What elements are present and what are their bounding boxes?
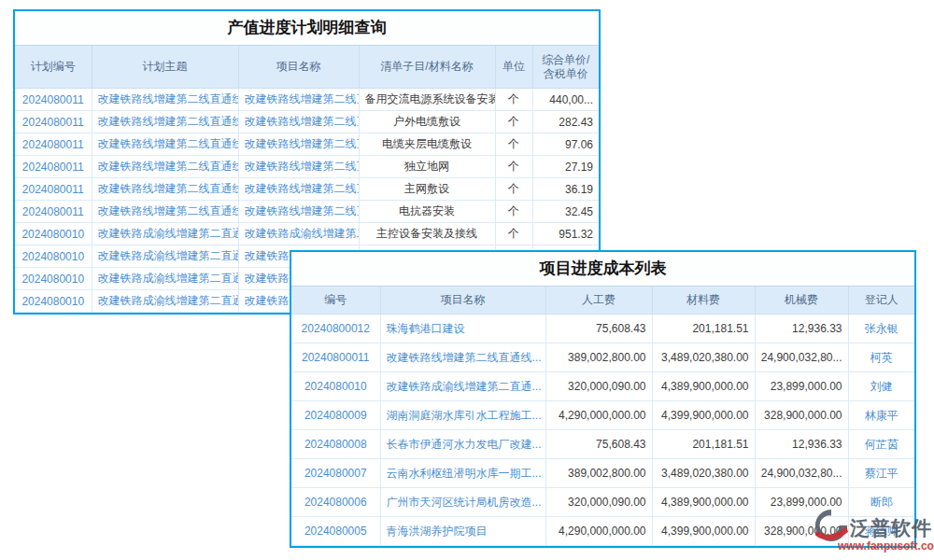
unit-price-cell: 32.45: [532, 201, 599, 223]
project-progress-cost-panel: 项目进度成本列表 编号 项目名称 人工费 材料费 机械费 登记人 2024080…: [290, 250, 916, 548]
material-cost-cell: 4,399,900,000.00: [652, 517, 755, 546]
item-material-cell: 主控设备安装及接线: [359, 223, 495, 245]
unit-cell: 个: [495, 201, 532, 223]
fanpu-url-text: www.fanpusoft.com: [838, 540, 933, 553]
table1-row: 2024080011改建铁路线增建第二线直通线改建铁路线增建第二线直通线独立地网…: [15, 156, 599, 178]
project-name-link[interactable]: 改建铁路线增建第二线直通线: [238, 201, 359, 223]
table2-col-no: 编号: [291, 287, 380, 315]
plan-subject-link[interactable]: 改建铁路线增建第二线直通线: [92, 201, 238, 223]
cost-project-link[interactable]: 改建铁路线增建第二线直通线...: [380, 343, 545, 372]
unit-price-cell: 97.06: [532, 133, 599, 156]
item-material-cell: 备用交流电源系统设备安装: [359, 89, 495, 111]
machine-cost-cell: 23,899,000.00: [755, 372, 848, 401]
plan-no-link[interactable]: 2024080011: [15, 111, 92, 133]
registrant-link[interactable]: 何芷茵: [848, 430, 914, 459]
plan-subject-link[interactable]: 改建铁路成渝线增建第二直通线: [92, 290, 238, 313]
plan-subject-link[interactable]: 改建铁路成渝线增建第二直通线: [92, 268, 238, 290]
registrant-link[interactable]: 蔡江平: [848, 459, 914, 488]
cost-no-link[interactable]: 2024080006: [291, 488, 380, 517]
machine-cost-cell: 12,936.33: [755, 430, 848, 459]
project-name-link[interactable]: 改建铁路线增建第二线直通线: [238, 89, 359, 111]
table1-col-plan-no: 计划编号: [15, 46, 92, 89]
plan-no-link[interactable]: 2024080010: [15, 268, 92, 290]
plan-no-link[interactable]: 2024080010: [15, 223, 92, 245]
cost-project-link[interactable]: 湖南洞庭湖水库引水工程施工...: [380, 401, 545, 430]
cost-no-link[interactable]: 2024080007: [291, 459, 380, 488]
plan-no-link[interactable]: 2024080011: [15, 133, 92, 156]
machine-cost-cell: 12,936.33: [755, 315, 848, 343]
table2-col-machine-cost: 机械费: [755, 287, 848, 315]
table2-row: 2024080007云南水利枢纽潜明水库一期工...389,002,800.00…: [291, 459, 914, 488]
material-cost-cell: 4,389,900,000.00: [652, 488, 755, 517]
table2-col-material-cost: 材料费: [652, 287, 755, 315]
table1-row: 2024080011改建铁路线增建第二线直通线改建铁路线增建第二线直通线电缆夹层…: [15, 133, 599, 156]
table2-row: 2024080009湖南洞庭湖水库引水工程施工...4,290,000,000.…: [291, 401, 914, 430]
project-name-link[interactable]: 改建铁路线增建第二线直通线: [238, 133, 359, 156]
cost-no-link[interactable]: 2024080008: [291, 430, 380, 459]
material-cost-cell: 4,389,900,000.00: [652, 372, 755, 401]
plan-subject-link[interactable]: 改建铁路线增建第二线直通线: [92, 111, 238, 133]
plan-no-link[interactable]: 2024080011: [15, 178, 92, 201]
material-cost-cell: 4,399,900,000.00: [652, 401, 755, 430]
plan-subject-link[interactable]: 改建铁路线增建第二线直通线: [92, 156, 238, 178]
table1-row: 2024080011改建铁路线增建第二线直通线改建铁路线增建第二线直通线主网敷设…: [15, 178, 599, 201]
table2-col-registrant: 登记人: [848, 287, 914, 315]
plan-no-link[interactable]: 2024080011: [15, 89, 92, 111]
table2-row: 20240800012珠海鹤港口建设75,608.43201,181.5112,…: [291, 315, 914, 343]
plan-no-link[interactable]: 2024080011: [15, 156, 92, 178]
cost-no-link[interactable]: 20240800012: [291, 315, 380, 343]
table1-header-row: 计划编号 计划主题 项目名称 清单子目/材料名称 单位 综合单价/含税单价: [15, 46, 599, 89]
table1-row: 2024080011改建铁路线增建第二线直通线改建铁路线增建第二线直通线备用交流…: [15, 89, 599, 111]
plan-no-link[interactable]: 2024080010: [15, 245, 92, 268]
table2-row: 2024080008长春市伊通河水力发电厂改建...75,608.43201,1…: [291, 430, 914, 459]
project-name-link[interactable]: 改建铁路线增建第二线直通线: [238, 156, 359, 178]
plan-subject-link[interactable]: 改建铁路线增建第二线直通线: [92, 178, 238, 201]
plan-subject-link[interactable]: 改建铁路成渝线增建第二直通线: [92, 223, 238, 245]
table1-col-project-name: 项目名称: [238, 46, 359, 89]
unit-price-cell: 951.32: [532, 223, 599, 245]
labor-cost-cell: 389,002,800.00: [545, 459, 652, 488]
cost-project-link[interactable]: 改建铁路成渝线增建第二直通...: [380, 372, 545, 401]
table1-col-item-material: 清单子目/材料名称: [359, 46, 495, 89]
cost-project-link[interactable]: 云南水利枢纽潜明水库一期工...: [380, 459, 545, 488]
labor-cost-cell: 320,000,090.00: [545, 488, 652, 517]
cost-no-link[interactable]: 20240800011: [291, 343, 380, 372]
registrant-link[interactable]: 张永银: [848, 315, 914, 343]
table2-row: 2024080010改建铁路成渝线增建第二直通...320,000,090.00…: [291, 372, 914, 401]
cost-project-link[interactable]: 长春市伊通河水力发电厂改建...: [380, 430, 545, 459]
registrant-link[interactable]: 柯英: [848, 343, 914, 372]
plan-subject-link[interactable]: 改建铁路成渝线增建第二直通线: [92, 245, 238, 268]
registrant-link[interactable]: 林康平: [848, 401, 914, 430]
cost-project-link[interactable]: 青海洪湖养护院项目: [380, 517, 545, 546]
machine-cost-cell: 24,900,032,80...: [755, 459, 848, 488]
machine-cost-cell: 328,900,000.00: [755, 401, 848, 430]
cost-project-link[interactable]: 广州市天河区统计局机房改造...: [380, 488, 545, 517]
table2-row: 20240800011改建铁路线增建第二线直通线...389,002,800.0…: [291, 343, 914, 372]
table2-title: 项目进度成本列表: [291, 252, 914, 287]
labor-cost-cell: 4,290,000,000.00: [545, 401, 652, 430]
plan-subject-link[interactable]: 改建铁路线增建第二线直通线: [92, 133, 238, 156]
plan-no-link[interactable]: 2024080010: [15, 290, 92, 313]
table1-title: 产值进度计划明细查询: [15, 11, 599, 46]
cost-project-link[interactable]: 珠海鹤港口建设: [380, 315, 545, 343]
cost-no-link[interactable]: 2024080010: [291, 372, 380, 401]
labor-cost-cell: 75,608.43: [545, 430, 652, 459]
registrant-link[interactable]: 刘健: [848, 372, 914, 401]
cost-no-link[interactable]: 2024080009: [291, 401, 380, 430]
unit-cell: 个: [495, 111, 532, 133]
unit-price-cell: 27.19: [532, 156, 599, 178]
unit-price-cell: 282.43: [532, 111, 599, 133]
plan-no-link[interactable]: 2024080011: [15, 201, 92, 223]
unit-cell: 个: [495, 89, 532, 111]
cost-no-link[interactable]: 2024080005: [291, 517, 380, 546]
plan-subject-link[interactable]: 改建铁路线增建第二线直通线: [92, 89, 238, 111]
project-name-link[interactable]: 改建铁路成渝线增建第二直通线: [238, 223, 359, 245]
fanpu-watermark: 泛普软件 www.fanpusoft.com: [814, 508, 933, 553]
item-material-cell: 电缆夹层电缆敷设: [359, 133, 495, 156]
unit-cell: 个: [495, 156, 532, 178]
table2-header-row: 编号 项目名称 人工费 材料费 机械费 登记人: [291, 287, 914, 315]
project-name-link[interactable]: 改建铁路线增建第二线直通线: [238, 178, 359, 201]
table1-row: 2024080010改建铁路成渝线增建第二直通线改建铁路成渝线增建第二直通线主控…: [15, 223, 599, 245]
project-name-link[interactable]: 改建铁路线增建第二线直通线: [238, 111, 359, 133]
material-cost-cell: 201,181.51: [652, 315, 755, 343]
